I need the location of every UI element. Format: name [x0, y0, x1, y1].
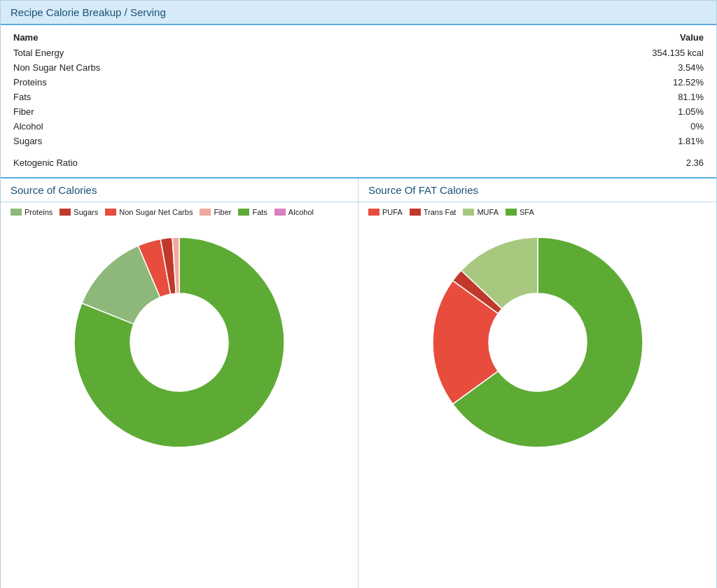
legend-label: Fiber — [214, 208, 231, 216]
legend-label: Non Sugar Net Carbs — [119, 208, 193, 216]
legend-item: Fiber — [200, 208, 231, 216]
legend-color — [368, 209, 380, 216]
legend-item: Proteins — [11, 208, 53, 216]
legend-item: Fats — [238, 208, 267, 216]
chart-left-donut — [67, 230, 291, 454]
legend-color — [11, 209, 22, 216]
legend-color — [463, 209, 474, 216]
page-title: Recipe Calorie Breakup / Serving — [1, 1, 716, 25]
legend-color — [105, 209, 116, 216]
keto-value: 2.36 — [440, 155, 706, 170]
table-row: Total Energy354.135 kcal — [11, 46, 706, 60]
table-row: Sugars1.81% — [11, 134, 706, 148]
table-row: Fats81.1% — [11, 90, 706, 104]
keto-name: Ketogenic Ratio — [11, 155, 440, 170]
row-value: 0% — [440, 119, 706, 134]
col-name-header: Name — [11, 28, 440, 46]
legend-item: Non Sugar Net Carbs — [105, 208, 193, 216]
row-value: 3.54% — [440, 60, 706, 75]
table-row: Proteins12.52% — [11, 75, 706, 90]
row-name: Proteins — [11, 75, 440, 90]
row-value: 1.81% — [440, 134, 706, 148]
legend-label: Fats — [252, 208, 267, 216]
col-value-header: Value — [440, 28, 706, 46]
table-row: Fiber1.05% — [11, 104, 706, 119]
ketogenic-row: Ketogenic Ratio2.36 — [11, 155, 706, 170]
legend-item: MUFA — [463, 208, 499, 216]
row-value: 12.52% — [440, 75, 706, 90]
legend-label: SFA — [520, 208, 534, 216]
calorie-table-section: Name Value Total Energy354.135 kcalNon S… — [1, 28, 716, 177]
row-name: Total Energy — [11, 46, 440, 60]
chart-left-title: Source of Calories — [1, 178, 358, 202]
row-name: Alcohol — [11, 119, 440, 134]
legend-color — [410, 209, 421, 216]
row-name: Sugars — [11, 134, 440, 148]
legend-item: SFA — [506, 208, 534, 216]
row-value: 81.1% — [440, 90, 706, 104]
row-value: 1.05% — [440, 104, 706, 119]
legend-color — [238, 209, 249, 216]
legend-label: PUFA — [382, 208, 403, 216]
chart-right-title: Source Of FAT Calories — [358, 178, 716, 202]
legend-item: Sugars — [60, 208, 98, 216]
table-row: Alcohol0% — [11, 119, 706, 134]
chart-left-panel: ProteinsSugarsNon Sugar Net CarbsFiberFa… — [1, 202, 358, 588]
main-container: Recipe Calorie Breakup / Serving Name Va… — [0, 0, 717, 588]
chart-left-legend: ProteinsSugarsNon Sugar Net CarbsFiberFa… — [11, 208, 348, 216]
calorie-table: Name Value Total Energy354.135 kcalNon S… — [11, 28, 706, 170]
legend-item: Alcohol — [274, 208, 314, 216]
row-value: 354.135 kcal — [440, 46, 706, 60]
chart-right-legend: PUFATrans FatMUFASFA — [368, 208, 706, 216]
legend-label: MUFA — [477, 208, 499, 216]
legend-color — [274, 209, 286, 216]
table-row: Non Sugar Net Carbs3.54% — [11, 60, 706, 75]
legend-label: Alcohol — [288, 208, 314, 216]
chart-right-donut — [426, 230, 650, 454]
charts-row: ProteinsSugarsNon Sugar Net CarbsFiberFa… — [1, 202, 716, 588]
chart-right-panel: PUFATrans FatMUFASFA — [358, 202, 716, 588]
charts-header-row: Source of Calories Source Of FAT Calorie… — [1, 178, 716, 202]
legend-label: Trans Fat — [424, 208, 457, 216]
row-name: Non Sugar Net Carbs — [11, 60, 440, 75]
row-name: Fiber — [11, 104, 440, 119]
legend-color — [200, 209, 211, 216]
row-name: Fats — [11, 90, 440, 104]
legend-item: Trans Fat — [410, 208, 457, 216]
legend-label: Proteins — [25, 208, 53, 216]
legend-item: PUFA — [368, 208, 403, 216]
legend-color — [60, 209, 71, 216]
legend-label: Sugars — [74, 208, 98, 216]
legend-color — [506, 209, 517, 216]
